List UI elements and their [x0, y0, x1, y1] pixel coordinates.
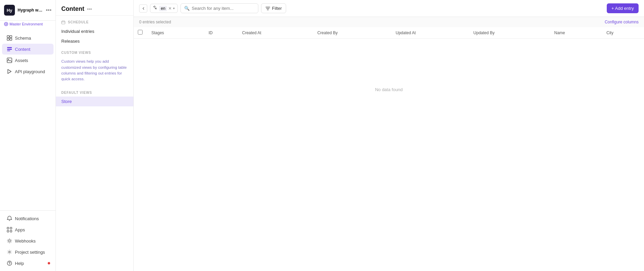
- environment-badge[interactable]: Master Environment: [0, 21, 56, 29]
- sidebar-item-assets[interactable]: Assets: [2, 55, 53, 66]
- apps-label: Apps: [15, 227, 25, 232]
- schedule-section-label: SCHEDULE: [56, 16, 133, 26]
- lang-chevron-icon: ▾: [173, 6, 175, 10]
- env-icon: [4, 22, 8, 26]
- svg-rect-4: [7, 38, 9, 40]
- table-wrapper: Stages ID Created At Created By Updated …: [134, 27, 644, 271]
- col-created-at: Created At: [238, 27, 313, 39]
- translate-icon: [153, 5, 158, 11]
- configure-columns-button[interactable]: Configure columns: [605, 20, 639, 24]
- svg-rect-20: [62, 21, 65, 24]
- search-box[interactable]: 🔍: [180, 3, 258, 13]
- project-settings-label: Project settings: [15, 250, 45, 255]
- sidebar-item-notifications[interactable]: Notifications: [2, 213, 53, 224]
- svg-rect-5: [10, 38, 12, 40]
- table-header-row: Stages ID Created At Created By Updated …: [134, 27, 644, 39]
- default-views-label: DEFAULT VIEWS: [56, 86, 133, 97]
- svg-point-1: [5, 23, 7, 25]
- help-icon: [7, 260, 12, 266]
- assets-label: Assets: [15, 58, 28, 63]
- bell-icon: [7, 216, 12, 221]
- schema-label: Schema: [15, 36, 31, 41]
- sidebar-more-icon[interactable]: •••: [46, 7, 51, 13]
- sidebar-item-api-playground[interactable]: API playground: [2, 66, 53, 77]
- language-selector[interactable]: en ✕ ▾: [150, 4, 178, 13]
- svg-rect-13: [10, 227, 12, 229]
- sidebar-item-apps[interactable]: Apps: [2, 224, 53, 235]
- content-panel-header: Content •••: [56, 0, 133, 16]
- no-data-message: No data found: [134, 39, 644, 140]
- help-notification-dot: [48, 262, 50, 265]
- help-label: Help: [15, 261, 24, 266]
- content-label: Content: [15, 47, 30, 52]
- select-all-checkbox[interactable]: [138, 30, 143, 35]
- table-meta-row: 0 entries selected Configure columns: [134, 17, 644, 27]
- store-view-item[interactable]: Store: [56, 97, 133, 106]
- sidebar-nav: Schema Content Assets API playground: [0, 29, 56, 210]
- svg-rect-6: [7, 47, 12, 48]
- svg-rect-3: [10, 36, 12, 38]
- logo-mark: Hy: [4, 5, 15, 16]
- notifications-label: Notifications: [15, 216, 39, 221]
- add-entry-button[interactable]: + Add entry: [607, 3, 639, 13]
- svg-rect-12: [7, 227, 9, 229]
- content-icon: [7, 46, 12, 52]
- col-city: City: [602, 27, 644, 39]
- sidebar-item-content[interactable]: Content: [2, 44, 53, 55]
- svg-marker-11: [8, 69, 11, 74]
- filter-button[interactable]: Filter: [261, 3, 286, 13]
- project-info: Hygraph with Sv...: [18, 8, 43, 13]
- assets-icon: [7, 58, 12, 63]
- sidebar-item-project-settings[interactable]: Project settings: [2, 247, 53, 257]
- content-table: Stages ID Created At Created By Updated …: [134, 27, 644, 39]
- svg-point-16: [8, 240, 10, 242]
- col-created-by: Created By: [313, 27, 391, 39]
- content-panel-title: Content: [61, 5, 84, 13]
- svg-point-19: [9, 264, 9, 265]
- api-icon: [7, 69, 12, 74]
- webhooks-label: Webhooks: [15, 238, 36, 244]
- sidebar-header: Hy Hygraph with Sv... •••: [0, 0, 56, 21]
- schema-icon: [7, 35, 12, 41]
- svg-point-17: [9, 251, 10, 253]
- project-name: Hygraph with Sv...: [18, 8, 43, 13]
- col-updated-by: Updated By: [469, 27, 550, 39]
- search-input[interactable]: [192, 6, 255, 11]
- sidebar-item-schema[interactable]: Schema: [2, 33, 53, 43]
- col-updated-at: Updated At: [391, 27, 469, 39]
- sidebar-item-help[interactable]: Help: [2, 258, 53, 269]
- lang-remove-button[interactable]: ✕: [168, 6, 172, 11]
- svg-rect-7: [7, 49, 12, 50]
- apps-icon: [7, 227, 12, 232]
- custom-views-description: Custom views help you add customized vie…: [56, 57, 133, 86]
- filter-icon: [265, 6, 270, 11]
- sidebar: Hy Hygraph with Sv... ••• Master Environ…: [0, 0, 56, 271]
- main-area: en ✕ ▾ 🔍 Filter + Add entry 0 entries se…: [134, 0, 644, 271]
- translate-svg: [153, 5, 158, 10]
- sidebar-bottom: Notifications Apps Webhooks Project sett…: [0, 210, 56, 271]
- lang-code: en: [159, 6, 167, 11]
- releases-item[interactable]: Releases: [56, 36, 133, 46]
- api-label: API playground: [15, 69, 45, 74]
- environment-label: Master Environment: [9, 22, 43, 26]
- select-all-header[interactable]: [134, 27, 147, 39]
- table-head: Stages ID Created At Created By Updated …: [134, 27, 644, 39]
- top-bar: en ✕ ▾ 🔍 Filter + Add entry: [134, 0, 644, 17]
- custom-views-label: CUSTOM VIEWS: [56, 46, 133, 57]
- webhooks-icon: [7, 238, 12, 244]
- content-panel-more[interactable]: •••: [87, 6, 92, 12]
- svg-point-10: [8, 59, 9, 60]
- col-id: ID: [205, 27, 238, 39]
- col-name: Name: [550, 27, 602, 39]
- search-icon: 🔍: [184, 6, 190, 11]
- svg-rect-15: [10, 230, 12, 232]
- individual-entries-item[interactable]: Individual entries: [56, 26, 133, 36]
- settings-icon: [7, 249, 12, 255]
- col-stages: Stages: [147, 27, 205, 39]
- schedule-icon: [61, 20, 65, 24]
- svg-rect-14: [7, 230, 9, 232]
- entries-selected-count: 0 entries selected: [139, 20, 171, 24]
- sidebar-item-webhooks[interactable]: Webhooks: [2, 235, 53, 246]
- collapse-icon: [142, 7, 145, 10]
- collapse-panel-button[interactable]: [139, 4, 147, 13]
